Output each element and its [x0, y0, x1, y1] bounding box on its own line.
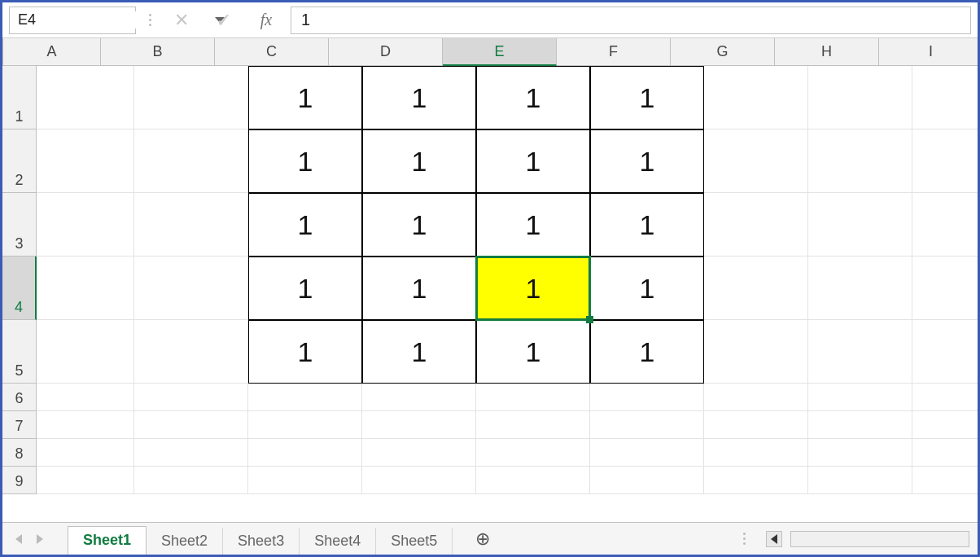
cell-H5[interactable] — [808, 320, 912, 384]
cell-I7[interactable] — [912, 411, 978, 439]
cell-G4[interactable] — [704, 257, 808, 320]
column-header-H[interactable]: H — [775, 38, 879, 65]
row-header-3[interactable]: 3 — [2, 193, 37, 257]
cell-G3[interactable] — [704, 193, 808, 257]
cell-G1[interactable] — [704, 66, 808, 129]
cell-H8[interactable] — [808, 439, 912, 467]
cell-E8[interactable] — [476, 439, 590, 467]
cell-E6[interactable] — [476, 384, 590, 411]
hscroll-track[interactable] — [790, 531, 969, 547]
cell-G9[interactable] — [704, 467, 808, 494]
column-header-I[interactable]: I — [879, 38, 978, 65]
cell-A7[interactable] — [37, 411, 134, 439]
cell-A6[interactable] — [37, 384, 134, 411]
cell-B2[interactable] — [134, 129, 248, 193]
cell-B7[interactable] — [134, 411, 248, 439]
cell-E9[interactable] — [476, 467, 590, 494]
cell-G8[interactable] — [704, 439, 808, 467]
cell-E7[interactable] — [476, 411, 590, 439]
column-header-F[interactable]: F — [557, 38, 671, 65]
column-header-B[interactable]: B — [101, 38, 215, 65]
cell-C7[interactable] — [248, 411, 362, 439]
cell-F1[interactable]: 1 — [590, 66, 704, 129]
cell-F3[interactable]: 1 — [590, 193, 704, 257]
cell-D8[interactable] — [362, 439, 476, 467]
cancel-button[interactable] — [164, 7, 199, 34]
cell-H7[interactable] — [808, 411, 912, 439]
cell-E4[interactable]: 1 — [476, 257, 590, 320]
cell-B1[interactable] — [134, 66, 248, 129]
cell-D7[interactable] — [362, 411, 476, 439]
sheet-tab-sheet3[interactable]: Sheet3 — [223, 528, 300, 555]
cell-A8[interactable] — [37, 439, 134, 467]
cell-H9[interactable] — [808, 467, 912, 494]
cell-E1[interactable]: 1 — [476, 66, 590, 129]
column-header-C[interactable]: C — [215, 38, 329, 65]
cell-I8[interactable] — [912, 439, 978, 467]
row-header-7[interactable]: 7 — [2, 411, 37, 439]
cell-E5[interactable]: 1 — [476, 320, 590, 384]
cell-A5[interactable] — [37, 320, 134, 384]
cell-C4[interactable]: 1 — [248, 257, 362, 320]
cell-C8[interactable] — [248, 439, 362, 467]
cell-F5[interactable]: 1 — [590, 320, 704, 384]
add-sheet-button[interactable]: ⊕ — [470, 527, 495, 551]
cell-F4[interactable]: 1 — [590, 257, 704, 320]
cell-F7[interactable] — [590, 411, 704, 439]
cell-D5[interactable]: 1 — [362, 320, 476, 384]
enter-button[interactable] — [206, 7, 242, 34]
cell-B6[interactable] — [134, 384, 248, 411]
row-header-8[interactable]: 8 — [2, 439, 37, 467]
tab-nav-prev[interactable] — [11, 531, 27, 547]
cell-I9[interactable] — [912, 467, 978, 494]
cell-A9[interactable] — [37, 467, 134, 494]
cell-C3[interactable]: 1 — [248, 193, 362, 257]
cell-C1[interactable]: 1 — [248, 66, 362, 129]
tab-nav-next[interactable] — [32, 531, 48, 547]
row-header-1[interactable]: 1 — [2, 66, 37, 129]
cell-D9[interactable] — [362, 467, 476, 494]
cell-H1[interactable] — [808, 66, 912, 129]
cell-B9[interactable] — [134, 467, 248, 494]
cell-C5[interactable]: 1 — [248, 320, 362, 384]
cell-D3[interactable]: 1 — [362, 193, 476, 257]
row-header-9[interactable]: 9 — [2, 467, 37, 494]
cell-G6[interactable] — [704, 384, 808, 411]
cell-C9[interactable] — [248, 467, 362, 494]
row-header-5[interactable]: 5 — [2, 320, 37, 384]
cell-B3[interactable] — [134, 193, 248, 257]
column-header-D[interactable]: D — [329, 38, 443, 65]
cell-D1[interactable]: 1 — [362, 66, 476, 129]
cell-H6[interactable] — [808, 384, 912, 411]
cell-A2[interactable] — [37, 129, 134, 193]
cell-H4[interactable] — [808, 257, 912, 320]
cell-B4[interactable] — [134, 257, 248, 320]
cell-D2[interactable]: 1 — [362, 129, 476, 193]
cell-B8[interactable] — [134, 439, 248, 467]
hscroll-left[interactable] — [766, 531, 782, 547]
cell-D6[interactable] — [362, 384, 476, 411]
cell-E2[interactable]: 1 — [476, 129, 590, 193]
cell-I6[interactable] — [912, 384, 978, 411]
row-header-2[interactable]: 2 — [2, 129, 37, 193]
select-all-corner[interactable] — [2, 38, 3, 65]
insert-function-button[interactable]: fx — [248, 7, 284, 34]
cell-B5[interactable] — [134, 320, 248, 384]
cell-A4[interactable] — [37, 257, 134, 320]
row-header-4[interactable]: 4 — [2, 257, 37, 320]
cell-D4[interactable]: 1 — [362, 257, 476, 320]
column-header-G[interactable]: G — [671, 38, 775, 65]
cell-A3[interactable] — [37, 193, 134, 257]
cell-G7[interactable] — [704, 411, 808, 439]
formula-input[interactable] — [291, 7, 971, 34]
cell-F8[interactable] — [590, 439, 704, 467]
column-header-A[interactable]: A — [3, 38, 101, 65]
cell-H2[interactable] — [808, 129, 912, 193]
cell-I3[interactable] — [912, 193, 978, 257]
cell-H3[interactable] — [808, 193, 912, 257]
cell-I2[interactable] — [912, 129, 978, 193]
row-header-6[interactable]: 6 — [2, 384, 37, 411]
sheet-tab-sheet2[interactable]: Sheet2 — [147, 528, 223, 555]
column-header-E[interactable]: E — [443, 38, 557, 66]
cell-I5[interactable] — [912, 320, 978, 384]
